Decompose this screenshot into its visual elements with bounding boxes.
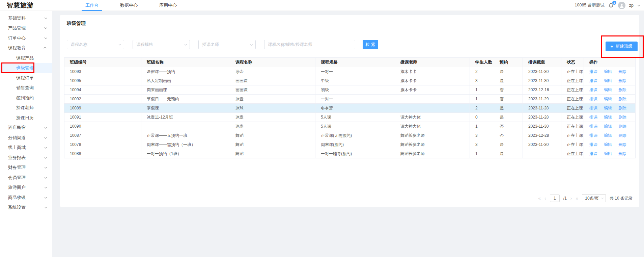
- current-page-box[interactable]: 1: [550, 195, 560, 202]
- edit-link[interactable]: 编辑: [604, 142, 612, 147]
- table-cell: 10090: [64, 122, 141, 131]
- edit-link[interactable]: 编辑: [604, 133, 612, 138]
- schedule-link[interactable]: 排课: [589, 142, 597, 147]
- delete-link[interactable]: 删除: [618, 142, 626, 147]
- table-cell: 冰球: [230, 104, 315, 113]
- edit-link[interactable]: 编辑: [604, 106, 612, 110]
- sidebar-item-label: 财务管理: [8, 164, 44, 171]
- sidebar-item-label: 班级管理: [16, 65, 46, 71]
- column-header: 课程规格: [315, 58, 395, 67]
- org-label: 10085 曾鹏测试: [575, 2, 605, 8]
- table-cell: 10095: [64, 76, 141, 85]
- schedule-link[interactable]: 排课: [589, 87, 597, 92]
- schedule-link[interactable]: 排课: [589, 133, 597, 138]
- sidebar-item[interactable]: 基础资料: [0, 13, 52, 23]
- edit-link[interactable]: 编辑: [604, 87, 612, 92]
- top-tab-3[interactable]: 应用中心: [159, 0, 177, 11]
- search-input[interactable]: [264, 40, 355, 49]
- chevron-down-icon: [601, 197, 604, 199]
- top-tab-2[interactable]: 数据中心: [120, 0, 138, 11]
- sidebar-item[interactable]: 分销渠道: [0, 133, 52, 143]
- top-tab-1[interactable]: 工作台: [85, 0, 99, 11]
- table-cell: 旗木卡卡: [395, 76, 470, 85]
- sidebar-item[interactable]: 酒店民宿: [0, 123, 52, 133]
- sidebar-item[interactable]: 产品管理: [0, 23, 52, 33]
- page-size-select[interactable]: 10条/页: [582, 194, 606, 202]
- chevron-down-icon: [44, 166, 47, 169]
- chevron-down-icon: [44, 186, 47, 188]
- schedule-link[interactable]: 排课: [589, 78, 597, 83]
- sidebar-item-label: 签到预约: [16, 95, 46, 101]
- create-class-button[interactable]: + 新建班级: [606, 42, 638, 51]
- table-row: 10078周末课——需预约（一班）舞蹈周末课(预约)舞蹈长腿老师3是2023-1…: [64, 140, 636, 149]
- last-page-icon[interactable]: »: [576, 196, 579, 201]
- sidebar-item[interactable]: 授课老师: [0, 103, 52, 113]
- sidebar-item[interactable]: 班级管理: [0, 63, 52, 73]
- sidebar-item[interactable]: 系统设置: [0, 203, 52, 213]
- sidebar-item[interactable]: 旅游商户: [0, 183, 52, 193]
- delete-link[interactable]: 删除: [618, 124, 626, 129]
- edit-link[interactable]: 编辑: [604, 69, 612, 74]
- sidebar-item-label: 线上商城: [8, 145, 44, 151]
- table-row: 10092节假日——无预约冰壶一对一1否2023-11-29正在上课排课编辑删除: [64, 95, 636, 104]
- sidebar-item-label: 会员管理: [8, 175, 44, 181]
- delete-link[interactable]: 删除: [618, 87, 626, 92]
- table-row: 10095私人定制画画画画课中级旗木卡卡3是2023-11-30正在上课排课编辑…: [64, 76, 636, 85]
- filter-select[interactable]: 授课老师: [198, 40, 256, 49]
- delete-link[interactable]: 删除: [618, 69, 626, 74]
- table-cell: 否: [494, 95, 523, 104]
- sidebar-item[interactable]: 签到预约: [0, 93, 52, 103]
- sidebar-item-label: 课程产品: [16, 55, 46, 61]
- edit-link[interactable]: 编辑: [604, 115, 612, 120]
- sidebar-item[interactable]: 课程订单: [0, 73, 52, 83]
- edit-link[interactable]: 编辑: [604, 124, 612, 129]
- sidebar-item-label: 授课老师: [16, 105, 46, 111]
- table-cell: 舞蹈长腿老师: [395, 140, 470, 149]
- sidebar-item[interactable]: 订单中心: [0, 33, 52, 43]
- schedule-link[interactable]: 排课: [589, 69, 597, 74]
- column-header: 班级编号: [64, 58, 141, 67]
- delete-link[interactable]: 删除: [618, 106, 626, 110]
- filter-select-placeholder: 课程规格: [136, 42, 153, 48]
- table-cell: 正在上课: [561, 104, 584, 113]
- sidebar: 基础资料产品管理订单中心课程教育课程产品班级管理课程订单销售查询签到预约授课老师…: [0, 11, 52, 257]
- delete-link[interactable]: 删除: [618, 133, 626, 138]
- next-page-icon[interactable]: ›: [570, 196, 572, 201]
- delete-link[interactable]: 删除: [618, 78, 626, 83]
- schedule-link[interactable]: 排课: [589, 97, 597, 101]
- sidebar-item[interactable]: 课程产品: [0, 53, 52, 63]
- delete-link[interactable]: 删除: [618, 97, 626, 101]
- sidebar-item[interactable]: 线上商城: [0, 143, 52, 153]
- chevron-down-icon[interactable]: [637, 3, 640, 6]
- table-cell: 10089: [64, 104, 141, 113]
- table-cell: 正在上课: [561, 76, 584, 85]
- notification-bell-icon[interactable]: 1: [608, 2, 614, 8]
- chevron-down-icon: [44, 206, 47, 208]
- table-cell: 10094: [64, 85, 141, 95]
- sidebar-item[interactable]: 财务管理: [0, 163, 52, 173]
- sidebar-item[interactable]: 会员管理: [0, 173, 52, 183]
- delete-link[interactable]: 删除: [618, 115, 626, 120]
- delete-link[interactable]: 删除: [618, 151, 626, 156]
- prev-page-icon[interactable]: ‹: [544, 196, 546, 201]
- table-cell: 冰壶: [230, 67, 315, 76]
- edit-link[interactable]: 编辑: [604, 151, 612, 156]
- schedule-link[interactable]: 排课: [589, 106, 597, 110]
- schedule-link[interactable]: 排课: [589, 151, 597, 156]
- table-cell: 是: [494, 149, 523, 158]
- sidebar-item[interactable]: 商品收银: [0, 192, 52, 203]
- filter-select[interactable]: 课程规格: [133, 40, 190, 49]
- first-page-icon[interactable]: «: [538, 196, 541, 201]
- sidebar-item[interactable]: 销售查询: [0, 83, 52, 93]
- filter-select[interactable]: 课程名称: [67, 40, 124, 49]
- sidebar-item[interactable]: 业务报表: [0, 153, 52, 163]
- schedule-link[interactable]: 排课: [589, 124, 597, 129]
- schedule-link[interactable]: 排课: [589, 115, 597, 120]
- avatar[interactable]: [618, 2, 625, 9]
- edit-link[interactable]: 编辑: [604, 78, 612, 83]
- edit-link[interactable]: 编辑: [604, 97, 612, 101]
- sidebar-item[interactable]: 课程教育: [0, 43, 52, 53]
- sidebar-item[interactable]: 授课日历: [0, 113, 52, 123]
- search-button[interactable]: 检 索: [363, 40, 378, 49]
- actions-cell: 排课编辑删除: [584, 76, 636, 85]
